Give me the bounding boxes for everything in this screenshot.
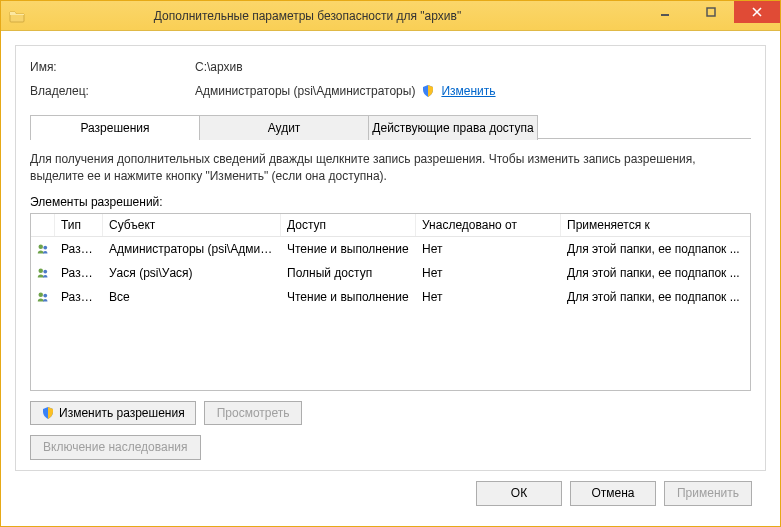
tab-strip: Разрешения Аудит Действующие права досту… [30, 114, 751, 139]
tab-permissions-body: Для получения дополнительных сведений дв… [30, 138, 751, 460]
svg-point-6 [39, 292, 44, 297]
svg-point-2 [39, 244, 44, 249]
owner-label: Владелец: [30, 84, 195, 98]
cell-access: Полный доступ [281, 264, 416, 282]
shield-icon [421, 84, 435, 98]
name-row: Имя: C:\архив [30, 60, 751, 74]
people-icon [31, 263, 55, 283]
main-panel: Имя: C:\архив Владелец: Администраторы (… [15, 45, 766, 471]
people-icon [31, 239, 55, 259]
window-title: Дополнительные параметры безопасности дл… [33, 9, 642, 23]
svg-point-4 [39, 268, 44, 273]
cell-inherited: Нет [416, 240, 561, 258]
table-row[interactable]: Разр... Уася (psi\Уася) Полный доступ Не… [31, 261, 750, 285]
tab-effective[interactable]: Действующие права доступа [368, 115, 538, 140]
col-inherited-header[interactable]: Унаследовано от [416, 214, 561, 236]
tab-underline [538, 138, 751, 139]
dialog-body: Имя: C:\архив Владелец: Администраторы (… [1, 31, 780, 526]
window-controls [642, 1, 780, 30]
view-button-label: Просмотреть [217, 406, 290, 420]
apply-button: Применить [664, 481, 752, 506]
svg-rect-0 [661, 14, 669, 16]
folder-icon [9, 8, 25, 24]
cell-subject: Администраторы (psi\Админ... [103, 240, 281, 258]
description-text: Для получения дополнительных сведений дв… [30, 151, 751, 185]
svg-rect-1 [707, 8, 715, 16]
cancel-label: Отмена [591, 486, 634, 500]
tab-audit-label: Аудит [268, 121, 301, 135]
change-permissions-button[interactable]: Изменить разрешения [30, 401, 196, 426]
enable-inheritance-button: Включение наследования [30, 435, 201, 460]
change-owner-link[interactable]: Изменить [441, 84, 495, 98]
change-permissions-label: Изменить разрешения [59, 405, 185, 422]
col-applies-header[interactable]: Применяется к [561, 214, 750, 236]
col-subject-header[interactable]: Субъект [103, 214, 281, 236]
name-value: C:\архив [195, 60, 243, 74]
minimize-button[interactable] [642, 1, 688, 23]
entries-label: Элементы разрешений: [30, 195, 751, 209]
people-icon [31, 287, 55, 307]
cell-type: Разр... [55, 264, 103, 282]
tab-permissions[interactable]: Разрешения [30, 115, 200, 140]
security-dialog: Дополнительные параметры безопасности дл… [0, 0, 781, 527]
tab-audit[interactable]: Аудит [199, 115, 369, 140]
shield-icon [41, 406, 55, 420]
titlebar: Дополнительные параметры безопасности дл… [1, 1, 780, 31]
name-label: Имя: [30, 60, 195, 74]
col-access-header[interactable]: Доступ [281, 214, 416, 236]
ok-label: ОК [511, 486, 527, 500]
col-type-header[interactable]: Тип [55, 214, 103, 236]
maximize-button[interactable] [688, 1, 734, 23]
svg-point-5 [43, 269, 47, 273]
owner-value: Администраторы (psi\Администраторы) Изме… [195, 84, 496, 98]
cell-inherited: Нет [416, 288, 561, 306]
apply-label: Применить [677, 486, 739, 500]
table-row[interactable]: Разр... Администраторы (psi\Админ... Чте… [31, 237, 750, 261]
cell-type: Разр... [55, 240, 103, 258]
cell-access: Чтение и выполнение [281, 288, 416, 306]
col-icon-header[interactable] [31, 214, 55, 236]
cell-type: Разр... [55, 288, 103, 306]
view-button: Просмотреть [204, 401, 303, 426]
cell-subject: Все [103, 288, 281, 306]
cell-applies: Для этой папки, ее подпапок ... [561, 288, 750, 306]
dialog-footer: ОК Отмена Применить [15, 471, 766, 516]
cell-subject: Уася (psi\Уася) [103, 264, 281, 282]
owner-text: Администраторы (psi\Администраторы) [195, 84, 415, 98]
ok-button[interactable]: ОК [476, 481, 562, 506]
svg-point-3 [43, 245, 47, 249]
owner-row: Владелец: Администраторы (psi\Администра… [30, 84, 751, 98]
svg-point-7 [43, 293, 47, 297]
cell-access: Чтение и выполнение [281, 240, 416, 258]
grid-rows: Разр... Администраторы (psi\Админ... Чте… [31, 237, 750, 309]
table-row[interactable]: Разр... Все Чтение и выполнение Нет Для … [31, 285, 750, 309]
close-button[interactable] [734, 1, 780, 23]
permissions-grid: Тип Субъект Доступ Унаследовано от Приме… [30, 213, 751, 391]
enable-inheritance-label: Включение наследования [43, 440, 188, 454]
inheritance-row: Включение наследования [30, 435, 751, 460]
tab-effective-label: Действующие права доступа [372, 121, 533, 135]
tab-permissions-label: Разрешения [80, 121, 149, 135]
action-button-row: Изменить разрешения Просмотреть [30, 401, 751, 426]
cell-applies: Для этой папки, ее подпапок ... [561, 264, 750, 282]
cancel-button[interactable]: Отмена [570, 481, 656, 506]
grid-header: Тип Субъект Доступ Унаследовано от Приме… [31, 214, 750, 237]
cell-inherited: Нет [416, 264, 561, 282]
cell-applies: Для этой папки, ее подпапок ... [561, 240, 750, 258]
